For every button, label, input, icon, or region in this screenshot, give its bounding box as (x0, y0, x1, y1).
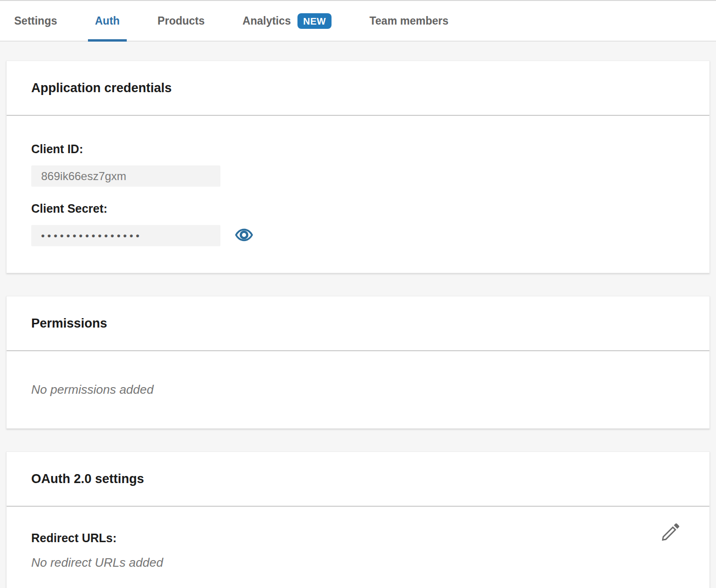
client-secret-masked-value: •••••••••••••••• (41, 230, 142, 242)
oauth-settings-card: OAuth 2.0 settings Redirect URLs: No red… (6, 451, 710, 588)
no-permissions-text: No permissions added (31, 382, 685, 397)
tab-analytics[interactable]: Analytics NEW (236, 1, 339, 41)
tab-settings-label: Settings (14, 15, 57, 27)
tab-auth[interactable]: Auth (88, 1, 127, 41)
client-id-value: 869ik66esz7gxm (41, 170, 126, 183)
tab-analytics-label: Analytics (243, 15, 291, 27)
application-credentials-header: Application credentials (7, 61, 709, 116)
pencil-icon (660, 521, 682, 545)
tab-products[interactable]: Products (150, 1, 212, 41)
no-redirect-urls-text: No redirect URLs added (31, 555, 685, 570)
tab-team-members[interactable]: Team members (362, 1, 455, 41)
permissions-title: Permissions (31, 316, 107, 331)
client-secret-row: •••••••••••••••• (31, 216, 685, 246)
redirect-urls-label: Redirect URLs: (31, 531, 685, 545)
reveal-secret-button[interactable] (235, 227, 253, 245)
oauth-settings-body: Redirect URLs: No redirect URLs added (7, 507, 709, 588)
tab-settings[interactable]: Settings (7, 1, 64, 41)
client-secret-label: Client Secret: (31, 187, 685, 216)
client-id-label: Client ID: (31, 116, 685, 156)
client-secret-field[interactable]: •••••••••••••••• (31, 225, 220, 246)
application-credentials-body: Client ID: 869ik66esz7gxm Client Secret:… (7, 116, 709, 273)
oauth-settings-header: OAuth 2.0 settings (7, 452, 709, 507)
permissions-card: Permissions No permissions added (6, 296, 710, 429)
application-credentials-title: Application credentials (31, 81, 172, 95)
oauth-settings-title: OAuth 2.0 settings (31, 472, 144, 486)
client-id-field[interactable]: 869ik66esz7gxm (31, 165, 220, 187)
tab-bar: Settings Auth Products Analytics NEW Tea… (0, 0, 716, 42)
edit-redirect-urls-button[interactable] (660, 522, 682, 544)
tab-products-label: Products (157, 15, 205, 27)
new-badge: NEW (297, 13, 332, 29)
tab-auth-label: Auth (95, 15, 120, 27)
eye-icon (235, 226, 253, 245)
permissions-header: Permissions (7, 296, 709, 351)
application-credentials-card: Application credentials Client ID: 869ik… (6, 61, 710, 273)
permissions-body: No permissions added (7, 351, 709, 428)
tab-team-members-label: Team members (369, 15, 448, 27)
